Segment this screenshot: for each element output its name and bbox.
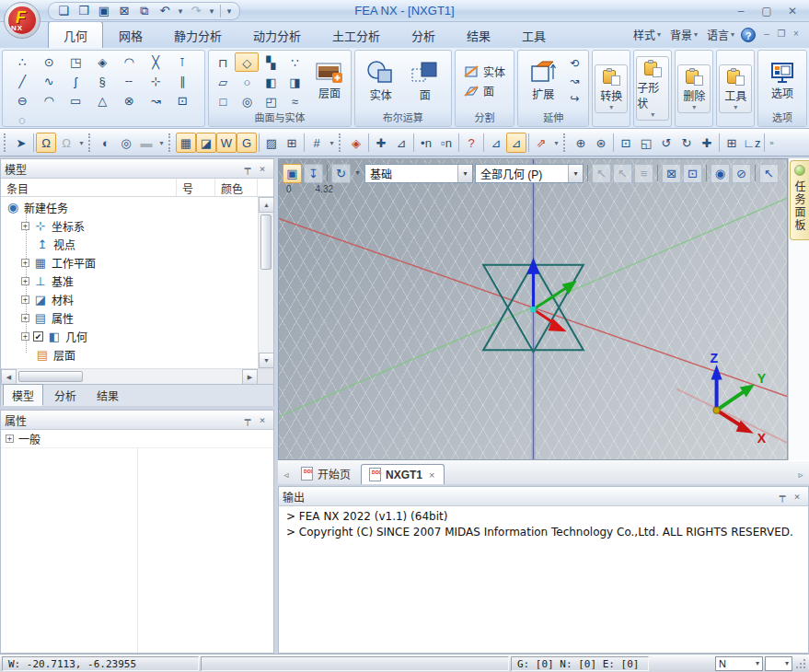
output-console[interactable]: > FEA NX 2022 (v1.1) (64bit)> Copyright … — [279, 506, 808, 653]
chevron-down-icon[interactable]: ▾ — [568, 165, 583, 182]
close-file-icon[interactable]: ⊠ — [115, 3, 133, 19]
ribbon-tab-geometry[interactable]: 几何 — [48, 21, 103, 48]
dropdown-button[interactable]: 删除 ▾ — [677, 64, 711, 113]
expand-icon[interactable]: + — [21, 222, 29, 230]
deselect-all-icon[interactable]: ⊠ — [662, 164, 681, 183]
ribbon-tab-tools[interactable]: 工具 — [506, 21, 561, 48]
overflow-icon[interactable]: ▾ — [551, 133, 561, 153]
tabs-scroll-left-icon[interactable]: ◃ — [280, 466, 293, 484]
coil-icon[interactable]: § — [89, 71, 116, 90]
workplane-view-icon[interactable]: ↻ — [331, 164, 351, 183]
expand-icon[interactable]: + — [21, 295, 29, 304]
minimize-button[interactable]: – — [728, 3, 754, 19]
ellipse-icon[interactable]: ⊗ — [116, 90, 143, 110]
select-edge-icon[interactable]: ↖ — [613, 164, 632, 183]
solid-cut-icon[interactable]: ◰ — [259, 91, 283, 110]
mdi-close-icon[interactable]: × — [789, 29, 803, 41]
project-point-icon[interactable]: ⊺ — [169, 52, 196, 71]
undo-list-icon[interactable]: ▾ — [176, 3, 185, 19]
revolve-icon[interactable]: ⟲ — [565, 55, 584, 72]
expand-icon[interactable]: + — [21, 277, 29, 285]
tree-item-datum[interactable]: + ⊥ 基准 — [1, 272, 258, 290]
sweep-icon[interactable]: ↝ — [565, 73, 584, 89]
snap-point-icon[interactable]: # — [306, 133, 327, 153]
mdi-restore-icon[interactable]: ❐ — [774, 29, 789, 41]
overflow-icon[interactable]: ▾ — [327, 133, 337, 153]
column-item[interactable]: 条目 — [1, 179, 177, 196]
node-number-icon[interactable]: •n — [416, 133, 436, 153]
close-icon[interactable]: × — [790, 491, 804, 503]
triad-display-icon[interactable]: ✚ — [371, 133, 391, 153]
secondary-unit-combo[interactable]: ▾ — [765, 656, 792, 671]
zoom-window-icon[interactable]: ⊕ — [571, 133, 591, 153]
workplane-combo[interactable]: 基础 ▾ — [364, 164, 473, 183]
open-file-icon[interactable]: ❒ — [75, 3, 93, 19]
tree-item-material[interactable]: + ◪ 材料 — [1, 290, 258, 308]
checker-face-icon[interactable]: ▚ — [259, 52, 283, 72]
workplane-toggle-icon[interactable]: ◪ — [196, 133, 216, 153]
options-button[interactable]: 选项 — [760, 59, 804, 103]
expand-icon[interactable]: + — [6, 434, 14, 443]
cylinder-icon[interactable]: ⊓ — [211, 52, 235, 72]
pyramid-icon[interactable]: ◇ — [235, 52, 259, 72]
circle-3pt-icon[interactable]: ◳ — [63, 52, 89, 71]
polygon-icon[interactable]: △ — [89, 90, 116, 110]
zoom-fit-icon[interactable]: ⊛ — [591, 133, 611, 153]
deselect-circle-icon[interactable]: ⊘ — [732, 164, 751, 183]
grid-settings-icon[interactable]: ⊞ — [282, 133, 302, 153]
arc-icon[interactable]: ◠ — [36, 90, 63, 110]
workplane-menu-icon[interactable]: ▾ — [352, 164, 363, 183]
expand-icon[interactable]: + — [21, 314, 29, 322]
select-circle-icon[interactable]: ◉ — [711, 164, 730, 183]
coord-graph-icon[interactable]: ⊿ — [391, 133, 411, 153]
close-icon[interactable]: × — [255, 163, 270, 175]
select-window-icon[interactable]: ⊡ — [683, 164, 702, 183]
close-all-files-icon[interactable]: ⧉ — [135, 3, 154, 19]
help-icon[interactable]: ? — [741, 28, 756, 42]
resize-grip[interactable] — [794, 657, 807, 670]
ribbon-tab-static-analysis[interactable]: 静力分析 — [158, 21, 237, 48]
divide-solid-button[interactable]: 实体 — [464, 64, 505, 79]
show-free-edge-icon[interactable]: ⊿ — [486, 133, 506, 153]
view-orient-icon[interactable]: ∟z — [742, 133, 762, 153]
panel-tab-analysis[interactable]: 分析 — [45, 384, 86, 406]
point-icon[interactable]: ∴ — [9, 52, 36, 71]
pin-icon[interactable]: ┯ — [775, 491, 790, 503]
scroll-left-icon[interactable]: ◀ — [1, 369, 17, 385]
scroll-up-icon[interactable]: ▲ — [259, 197, 273, 213]
line-icon[interactable]: ╱ — [9, 71, 36, 90]
surface-wave-icon[interactable]: ≈ — [283, 91, 306, 110]
panel-tab-results[interactable]: 结果 — [87, 384, 128, 406]
rotate-cw-icon[interactable]: ↻ — [676, 133, 697, 153]
checkbox[interactable]: ✔ — [33, 331, 43, 342]
cone-icon[interactable]: ▱ — [211, 72, 235, 91]
pick-icon[interactable]: ↖ — [759, 164, 779, 183]
ribbon-tab-geotechnical-analysis[interactable]: 土工分析 — [317, 21, 396, 48]
toolbar-grip[interactable] — [4, 133, 7, 152]
qat-customize-icon[interactable]: ▾ — [225, 3, 234, 19]
fillet-icon[interactable]: ◠ — [116, 52, 143, 71]
scrollbar-thumb[interactable] — [18, 371, 83, 382]
extend-curve-icon[interactable]: ↝ — [143, 90, 169, 110]
pin-icon[interactable]: ┯ — [240, 163, 255, 175]
measure-distance-icon[interactable]: ⇗ — [531, 133, 551, 153]
shell-icon[interactable]: ◨ — [283, 72, 306, 91]
zoom-dynamic-icon[interactable]: ⊡ — [616, 133, 636, 153]
overflow-icon[interactable]: ▾ — [156, 133, 167, 153]
polyline-icon[interactable]: ∿ — [36, 71, 63, 90]
lock-model-icon[interactable]: Ω — [36, 133, 56, 153]
panel-tab-model[interactable]: 模型 — [3, 384, 43, 406]
tree-item-new-task[interactable]: ◉ 新建任务 — [1, 198, 258, 216]
dropdown-button[interactable]: 转换 ▾ — [595, 64, 628, 113]
unlock-model-icon[interactable]: Ω — [56, 133, 76, 153]
menu-style[interactable]: 样式 ▾ — [630, 25, 664, 44]
ribbon-tab-results[interactable]: 结果 — [451, 21, 506, 48]
scrollbar-thumb[interactable] — [260, 214, 272, 270]
tree-item-viewpoint[interactable]: ↥ 视点 — [1, 235, 258, 253]
unit-combo[interactable]: N ▾ — [715, 656, 763, 671]
expand-icon[interactable]: + — [21, 259, 29, 267]
box-icon[interactable]: □ — [211, 91, 235, 110]
column-color[interactable]: 颜色 — [215, 179, 258, 196]
ribbon-tab-analysis[interactable]: 分析 — [396, 21, 451, 48]
selection-filter-combo[interactable]: 全部几何 (P) ▾ — [475, 164, 584, 183]
